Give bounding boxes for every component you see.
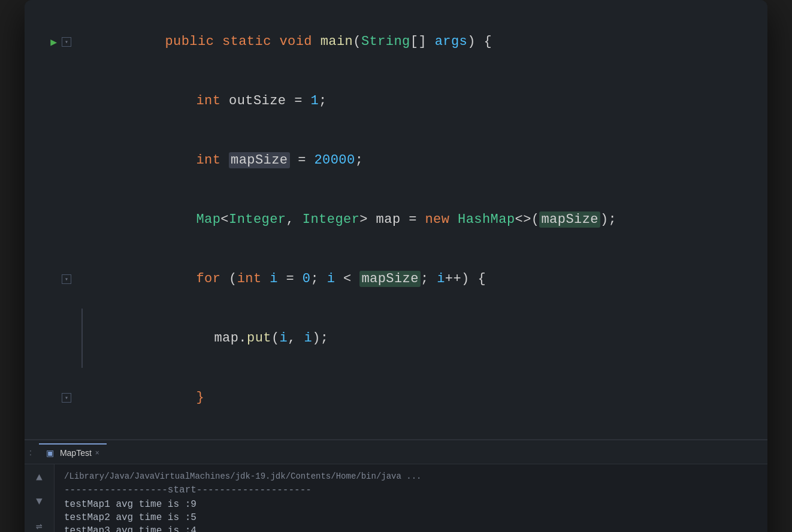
type-map: Map xyxy=(196,212,220,227)
terminal-sidebar: ▲ ▼ ⇌ ⤓ ⎙ 🗑 xyxy=(25,464,55,532)
method-put: put xyxy=(247,331,271,346)
type-integer1: Integer xyxy=(229,212,286,227)
keyword-int-2: int xyxy=(196,153,229,168)
closing-brace-for: } xyxy=(196,390,204,405)
map-put: map. xyxy=(214,331,247,346)
code-line-2: int outSize = 1; xyxy=(25,71,767,131)
code-content-1: public static void main(String[] args) { xyxy=(78,12,492,71)
scroll-up-icon[interactable]: ▲ xyxy=(34,469,45,486)
output-line-3: testMap3 avg time is :4 xyxy=(64,525,758,532)
code-line-4: Map<Integer, Integer> map = new HashMap<… xyxy=(25,190,767,249)
tab-icon: ▣ xyxy=(46,448,54,458)
scroll-down-icon[interactable]: ▼ xyxy=(34,493,45,510)
assign-mapsize: = xyxy=(290,153,315,168)
code-area: ▶ ▾ public static void main(String[] arg… xyxy=(25,12,767,427)
terminal-tab[interactable]: ▣ MapTest × xyxy=(39,443,107,461)
var-mapsize: mapSize xyxy=(231,153,288,168)
keyword-int-for: int xyxy=(237,271,270,286)
method-main: main xyxy=(321,34,353,49)
code-line-3: int mapSize = 20000; xyxy=(25,131,767,190)
put-i1: i xyxy=(280,331,288,346)
keyword-new: new xyxy=(425,212,458,227)
code-content-4: Map<Integer, Integer> map = new HashMap<… xyxy=(78,190,616,249)
fold-icon-7[interactable]: ▾ xyxy=(62,393,71,403)
terminal-body: ▲ ▼ ⇌ ⤓ ⎙ 🗑 /Library/Java/JavaVirtualMac… xyxy=(25,464,767,532)
code-line-5: ▾ for (int i = 0; i < mapSize; i++) { xyxy=(25,249,767,309)
terminal-separator: ------------------start-----------------… xyxy=(64,485,758,495)
for-lt: < xyxy=(335,271,359,286)
terminal-label: : xyxy=(29,448,32,457)
var-i-cond: i xyxy=(327,271,335,286)
hashmap-diamond: <>( xyxy=(515,212,540,227)
gutter-7: ▾ xyxy=(25,393,78,403)
for-semi2: ; xyxy=(421,271,437,286)
put-comma: , xyxy=(288,331,304,346)
output-line-2: testMap2 avg time is :5 xyxy=(64,512,758,523)
terminal-path: /Library/Java/JavaVirtualMachines/jdk-19… xyxy=(64,471,758,481)
code-line-6: map.put(i, i); xyxy=(25,309,767,368)
highlight-mapsize-ref: mapSize xyxy=(539,211,600,228)
code-content-6: map.put(i, i); xyxy=(78,309,329,368)
paren-close: ) { xyxy=(467,34,492,49)
num-0: 0 xyxy=(303,271,311,286)
code-content-2: int outSize = 1; xyxy=(78,71,327,131)
gutter-5: ▾ xyxy=(25,274,78,284)
highlight-mapsize-for: mapSize xyxy=(359,271,421,287)
for-semi1: ; xyxy=(310,271,327,286)
terminal-section: : ▣ MapTest × ▲ ▼ ⇌ ⤓ ⎙ 🗑 /Library/Java/… xyxy=(25,440,767,532)
generic-close: > map = xyxy=(359,212,425,227)
fold-icon-1[interactable]: ▾ xyxy=(62,37,71,47)
param-args: args xyxy=(435,34,468,49)
bracket: [] xyxy=(410,34,435,49)
ref-mapsize: mapSize xyxy=(541,212,598,227)
code-editor: ▶ ▾ public static void main(String[] arg… xyxy=(25,0,767,440)
code-content-5: for (int i = 0; i < mapSize; i++) { xyxy=(78,249,486,309)
put-paren: ( xyxy=(271,331,280,346)
keyword-public: public xyxy=(165,34,222,49)
type-hashmap: HashMap xyxy=(458,212,515,227)
gutter-1: ▶ ▾ xyxy=(25,35,78,49)
put-close: ); xyxy=(312,331,328,346)
var-outsize: outSize = xyxy=(229,93,310,108)
code-content-3: int mapSize = 20000; xyxy=(78,131,363,190)
code-line-7: ▾ } xyxy=(25,368,767,427)
keyword-static: static xyxy=(222,34,280,49)
output-line-1: testMap1 avg time is :9 xyxy=(64,499,758,510)
num-1: 1 xyxy=(310,93,319,108)
tab-name: MapTest xyxy=(60,448,92,458)
type-string: String xyxy=(361,34,410,49)
for-paren: ( xyxy=(229,271,237,286)
terminal-tab-bar: : ▣ MapTest × xyxy=(25,440,767,464)
put-i2: i xyxy=(304,331,313,346)
comma: , xyxy=(286,212,303,227)
generic-open: < xyxy=(220,212,229,227)
run-icon[interactable]: ▶ xyxy=(50,35,57,49)
semicolon-2: ; xyxy=(355,153,364,168)
num-20000: 20000 xyxy=(314,153,355,168)
code-line-1: ▶ ▾ public static void main(String[] arg… xyxy=(25,12,767,71)
vertical-bar xyxy=(81,309,83,368)
paren-open: ( xyxy=(353,34,361,49)
ref-mapsize-for: mapSize xyxy=(361,271,419,286)
wrap-icon[interactable]: ⇌ xyxy=(34,517,45,532)
var-i-inc: i xyxy=(437,271,445,286)
keyword-for: for xyxy=(196,271,229,286)
code-content-7: } xyxy=(78,368,204,427)
var-i: i xyxy=(270,271,278,286)
keyword-int-1: int xyxy=(196,93,229,108)
terminal-output: /Library/Java/JavaVirtualMachines/jdk-19… xyxy=(55,464,767,532)
hashmap-close: ); xyxy=(600,212,616,227)
fold-icon-5[interactable]: ▾ xyxy=(62,274,71,284)
tab-close-button[interactable]: × xyxy=(95,449,99,457)
for-incr: ++) { xyxy=(445,271,486,286)
keyword-void: void xyxy=(279,34,320,49)
for-assign: = xyxy=(278,271,303,286)
semicolon-1: ; xyxy=(319,93,327,108)
ide-window: ▶ ▾ public static void main(String[] arg… xyxy=(25,0,767,532)
type-integer2: Integer xyxy=(303,212,360,227)
highlight-mapsize: mapSize xyxy=(229,152,290,168)
